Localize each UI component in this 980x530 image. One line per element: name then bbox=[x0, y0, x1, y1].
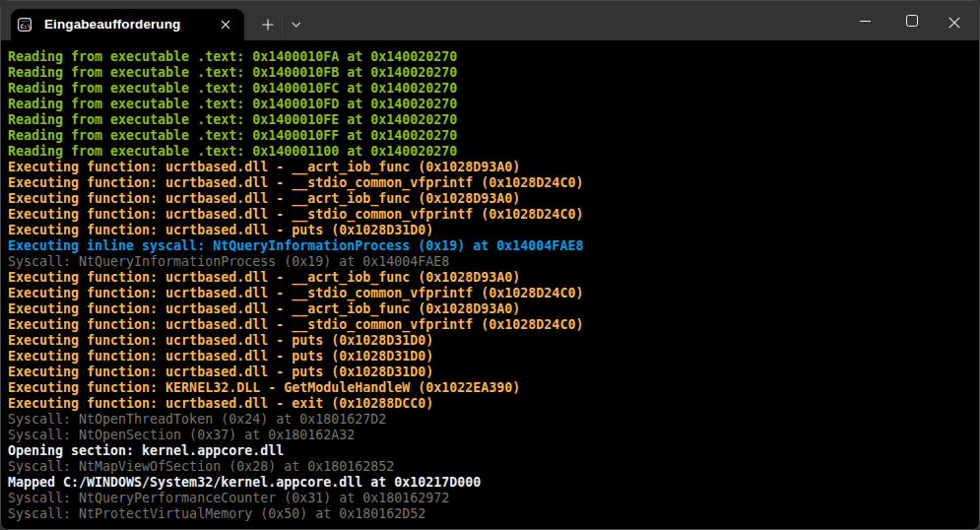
close-icon bbox=[948, 17, 960, 29]
terminal-line: Reading from executable .text: 0x1400010… bbox=[8, 65, 979, 81]
tab-dropdown-button[interactable] bbox=[284, 11, 309, 38]
terminal-line: Reading from executable .text: 0x1400010… bbox=[8, 81, 979, 97]
terminal-line: Executing function: ucrtbased.dll - __st… bbox=[8, 317, 979, 333]
terminal-line: Syscall: NtQueryPerformanceCounter (0x31… bbox=[8, 491, 979, 506]
terminal-line: Executing function: ucrtbased.dll - puts… bbox=[8, 333, 979, 349]
terminal-line: Mapped C:/WINDOWS/System32/kernel.appcor… bbox=[8, 475, 979, 491]
terminal-line: Executing function: KERNEL32.DLL - GetMo… bbox=[8, 380, 979, 396]
terminal-window: C:\ Eingabeaufforderung bbox=[0, 0, 980, 530]
close-button[interactable] bbox=[931, 1, 977, 40]
chevron-down-icon bbox=[292, 22, 301, 29]
terminal-line: Executing function: ucrtbased.dll - puts… bbox=[8, 223, 979, 238]
minimize-icon bbox=[860, 21, 871, 22]
cmd-icon: C:\ bbox=[18, 18, 32, 32]
terminal-line: Executing function: ucrtbased.dll - __st… bbox=[8, 286, 979, 301]
terminal-line: Reading from executable .text: 0x1400010… bbox=[8, 112, 979, 128]
title-bar: C:\ Eingabeaufforderung bbox=[1, 1, 979, 40]
terminal-line: Executing function: ucrtbased.dll - __st… bbox=[8, 207, 979, 223]
terminal-line: Reading from executable .text: 0x1400010… bbox=[8, 97, 979, 112]
tab-eingabeaufforderung[interactable]: C:\ Eingabeaufforderung bbox=[11, 9, 244, 40]
terminal-line: Executing function: ucrtbased.dll - __ac… bbox=[8, 301, 979, 317]
terminal-line: Executing function: ucrtbased.dll - __ac… bbox=[8, 270, 979, 286]
tab-title: Eingabeaufforderung bbox=[44, 9, 180, 40]
svg-text:C:\: C:\ bbox=[21, 23, 32, 30]
terminal-line: Executing function: ucrtbased.dll - puts… bbox=[8, 364, 979, 380]
maximize-button[interactable] bbox=[889, 1, 935, 40]
terminal-line: Syscall: NtOpenSection (0x37) at 0x18016… bbox=[8, 428, 979, 443]
terminal-line: Syscall: NtProtectVirtualMemory (0x50) a… bbox=[8, 506, 979, 522]
maximize-icon bbox=[906, 15, 918, 27]
terminal-output[interactable]: Reading from executable .text: 0x1400010… bbox=[1, 40, 979, 529]
terminal-line: Executing function: ucrtbased.dll - __ac… bbox=[8, 160, 979, 175]
terminal-line: Executing function: ucrtbased.dll - puts… bbox=[8, 349, 979, 364]
terminal-line: Reading from executable .text: 0x1400011… bbox=[8, 144, 979, 160]
close-tab-icon bbox=[221, 20, 230, 30]
terminal-line: Executing inline syscall: NtQueryInforma… bbox=[8, 238, 979, 254]
plus-icon bbox=[262, 19, 274, 31]
terminal-line: Syscall: NtOpenThreadToken (0x24) at 0x1… bbox=[8, 412, 979, 428]
tab-close-button[interactable] bbox=[217, 16, 234, 33]
new-tab-button[interactable] bbox=[254, 11, 282, 38]
minimize-button[interactable] bbox=[842, 1, 887, 40]
terminal-line: Executing function: ucrtbased.dll - __ac… bbox=[8, 191, 979, 207]
terminal-line: Syscall: NtQueryInformationProcess (0x19… bbox=[8, 254, 979, 270]
terminal-line: Executing function: ucrtbased.dll - __st… bbox=[8, 175, 979, 191]
terminal-line: Reading from executable .text: 0x1400010… bbox=[8, 128, 979, 144]
terminal-line: Executing function: ucrtbased.dll - exit… bbox=[8, 396, 979, 412]
terminal-line: Reading from executable .text: 0x1400010… bbox=[8, 49, 979, 65]
terminal-line: Opening section: kernel.appcore.dll bbox=[8, 443, 979, 459]
terminal-line: Syscall: NtMapViewOfSection (0x28) at 0x… bbox=[8, 459, 979, 475]
tab-bar-separator bbox=[282, 15, 283, 36]
